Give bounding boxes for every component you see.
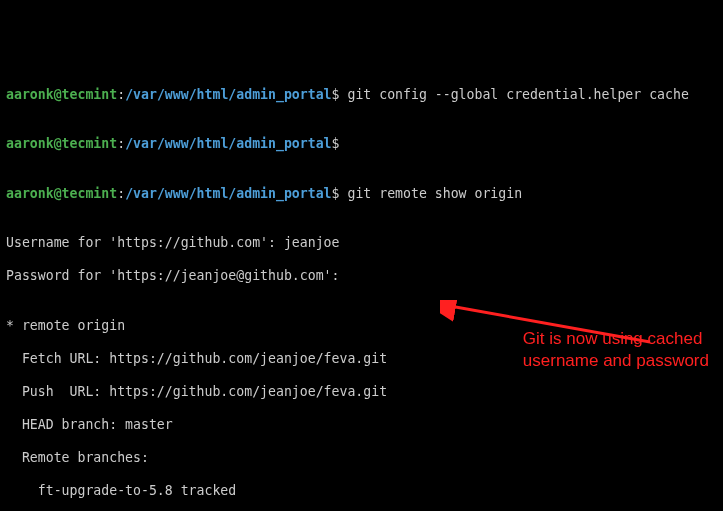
remote-branch-ft-1: ft-upgrade-to-5.8 tracked	[6, 483, 717, 500]
remote-branches-label-1: Remote branches:	[6, 450, 717, 467]
prompt-host: tecmint	[62, 87, 118, 102]
prompt-line-3: aaronk@tecmint:/var/www/html/admin_porta…	[6, 186, 717, 203]
auth-username-line: Username for 'https://github.com': jeanj…	[6, 235, 717, 252]
prompt-line-2: aaronk@tecmint:/var/www/html/admin_porta…	[6, 136, 717, 153]
remote-header-1: * remote origin	[6, 318, 717, 335]
cmd-git-config[interactable]: git config --global credential.helper ca…	[347, 87, 688, 102]
prompt-line-1: aaronk@tecmint:/var/www/html/admin_porta…	[6, 87, 717, 104]
cmd-show-origin-1[interactable]: git remote show origin	[347, 186, 522, 201]
remote-push-1: Push URL: https://github.com/jeanjoe/fev…	[6, 384, 717, 401]
remote-head-1: HEAD branch: master	[6, 417, 717, 434]
auth-password-line: Password for 'https://jeanjoe@github.com…	[6, 268, 717, 285]
prompt-user: aaronk	[6, 87, 54, 102]
prompt-path: /var/www/html/admin_portal	[125, 87, 331, 102]
remote-fetch-1: Fetch URL: https://github.com/jeanjoe/fe…	[6, 351, 717, 368]
